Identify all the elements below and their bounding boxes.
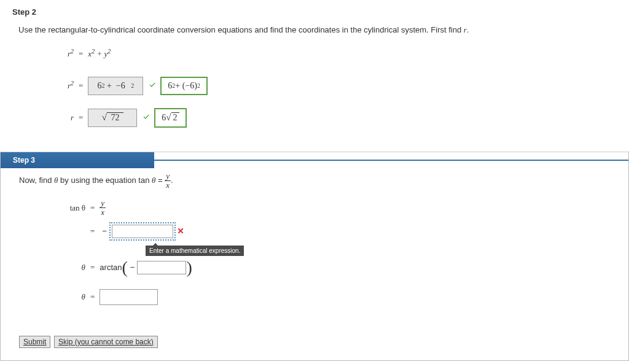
step3-container: Step 3 Now, find θ by using the equation… — [0, 152, 629, 361]
step3-eq2-input[interactable] — [112, 225, 173, 238]
submit-button[interactable]: Submit — [19, 336, 50, 348]
step2-eq2-input[interactable]: 62 + −6 2 — [88, 77, 143, 95]
step3-content: Now, find θ by using the equation tan θ … — [1, 168, 628, 323]
step2-eq1: r2 = x2 + y2 — [49, 44, 611, 64]
button-row: Submit Skip (you cannot come back) — [1, 323, 628, 353]
x-icon — [177, 227, 184, 236]
step3-eq4-input[interactable] — [100, 289, 158, 305]
tooltip: Enter a mathematical expression. — [146, 246, 244, 256]
step2-instruction: Use the rectangular-to-cylindrical coord… — [18, 25, 611, 35]
step2-eq3-input[interactable]: 72 — [88, 109, 137, 127]
check-icon — [142, 113, 150, 123]
step2-content: Use the rectangular-to-cylindrical coord… — [0, 21, 629, 152]
step3-eq2: = − — [52, 222, 610, 241]
step2-label: Step 2 — [0, 0, 629, 21]
check-icon — [148, 81, 157, 91]
step3-eq2-input-wrap — [109, 222, 176, 241]
step3-instruction: Now, find θ by using the equation tan θ … — [19, 172, 610, 190]
skip-button[interactable]: Skip (you cannot come back) — [54, 336, 158, 348]
step3-eq1: tan θ = yx — [52, 199, 610, 217]
step3-eq4: θ = — [52, 288, 610, 306]
step3-eq3-input[interactable] — [137, 261, 186, 274]
step3-eq3: θ = arctan(− ) — [52, 258, 610, 277]
step2-eq2-answer: 62 + (−6)2 — [160, 77, 208, 95]
step2-eq3-answer: 62 — [154, 108, 186, 128]
step2-eq2: r2 = 62 + −6 2 62 + (−6)2 — [49, 76, 611, 96]
step3-header: Step 3 — [1, 152, 154, 168]
step2-eq3: r = 72 62 — [49, 107, 611, 128]
